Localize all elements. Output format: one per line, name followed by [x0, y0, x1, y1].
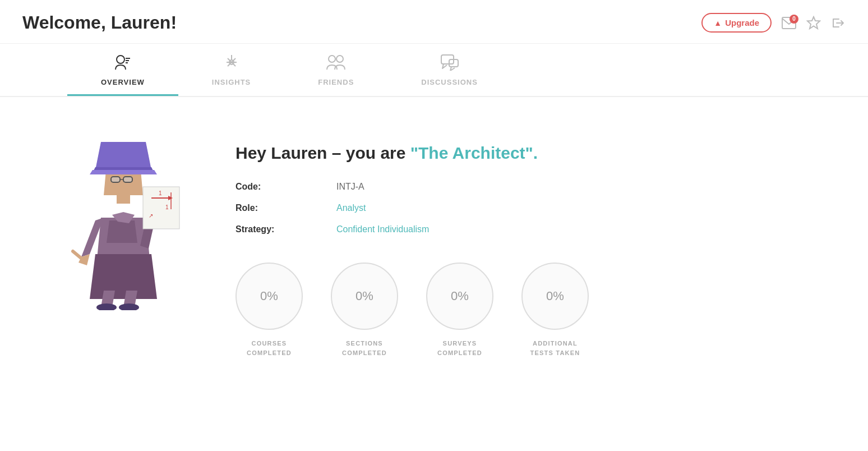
stat-courses-value: 0%: [260, 289, 278, 303]
upgrade-arrow-icon: ▲: [714, 19, 722, 27]
main-content: 1 1 ↗ Hey Lauren – you are "The Architec…: [0, 97, 868, 380]
mail-icon-container[interactable]: 0: [782, 17, 796, 29]
svg-point-11: [329, 56, 335, 62]
svg-rect-24: [123, 177, 132, 182]
svg-text:1: 1: [165, 204, 169, 210]
tab-insights[interactable]: INSIGHTS: [178, 44, 284, 96]
strategy-label: Strategy:: [236, 224, 336, 234]
svg-text:1: 1: [159, 190, 162, 196]
logout-icon: [831, 16, 846, 30]
stat-tests-circle: 0%: [521, 263, 589, 330]
personality-intro: Hey Lauren – you are: [236, 144, 410, 162]
stats-row: 0% COURSESCOMPLETED 0% SECTIONSCOMPLETED…: [236, 263, 823, 357]
stat-sections-value: 0%: [355, 289, 373, 303]
personality-title: Hey Lauren – you are "The Architect".: [236, 142, 823, 164]
stat-sections-circle: 0%: [331, 263, 398, 330]
svg-point-2: [117, 56, 124, 63]
avatar-section: 1 1 ↗: [45, 131, 202, 357]
header: Welcome, Lauren! ▲ Upgrade 0: [0, 0, 868, 44]
role-value: Analyst: [336, 203, 366, 213]
svg-text:↗: ↗: [149, 213, 153, 219]
stat-courses-circle: 0%: [236, 263, 303, 330]
stat-tests-value: 0%: [546, 289, 564, 303]
stat-surveys-circle: 0%: [426, 263, 493, 330]
avatar: 1 1 ↗: [62, 131, 185, 310]
stat-courses: 0% COURSESCOMPLETED: [236, 263, 303, 357]
stat-sections: 0% SECTIONSCOMPLETED: [331, 263, 398, 357]
personality-name: "The Architect".: [410, 144, 538, 162]
code-row: Code: INTJ-A: [236, 182, 823, 192]
page-title: Welcome, Lauren!: [22, 12, 177, 33]
svg-line-28: [73, 251, 83, 260]
star-icon: [806, 16, 821, 30]
code-label: Code:: [236, 182, 336, 192]
svg-marker-1: [807, 17, 820, 29]
tab-friends-label: FRIENDS: [318, 78, 354, 86]
tab-discussions-label: DISCUSSIONS: [421, 78, 478, 86]
character-illustration: 1 1 ↗: [62, 131, 185, 310]
svg-marker-22: [90, 170, 157, 174]
tab-discussions[interactable]: DISCUSSIONS: [387, 44, 511, 96]
tab-friends[interactable]: FRIENDS: [284, 44, 387, 96]
svg-point-33: [119, 303, 139, 310]
role-label: Role:: [236, 203, 336, 213]
svg-point-32: [96, 303, 117, 310]
code-value: INTJ-A: [336, 182, 364, 192]
upgrade-label: Upgrade: [725, 18, 759, 27]
svg-rect-23: [111, 177, 120, 182]
role-row: Role: Analyst: [236, 203, 823, 213]
strategy-row: Strategy: Confident Individualism: [236, 224, 823, 234]
stat-tests-label: ADDITIONALTESTS TAKEN: [530, 339, 580, 357]
stat-courses-label: COURSESCOMPLETED: [247, 339, 292, 357]
stat-surveys-value: 0%: [451, 289, 469, 303]
strategy-value: Confident Individualism: [336, 224, 429, 234]
svg-marker-16: [107, 220, 137, 243]
svg-marker-20: [95, 142, 151, 170]
svg-marker-17: [90, 254, 157, 299]
logout-icon-container[interactable]: [831, 16, 846, 30]
insights-icon: [223, 54, 240, 73]
star-icon-container[interactable]: [806, 16, 821, 30]
stat-surveys-label: SURVEYSCOMPLETED: [437, 339, 482, 357]
overview-icon: [113, 54, 132, 73]
svg-point-12: [336, 56, 343, 62]
discussions-icon: [440, 54, 459, 73]
mail-badge: 0: [789, 15, 798, 24]
tab-overview[interactable]: OVERVIEW: [67, 44, 178, 96]
upgrade-button[interactable]: ▲ Upgrade: [701, 13, 772, 33]
tab-insights-label: INSIGHTS: [212, 78, 251, 86]
nav-tabs: OVERVIEW INSIGHTS FRIENDS: [0, 44, 868, 97]
info-section: Hey Lauren – you are "The Architect". Co…: [236, 131, 823, 357]
friends-icon: [325, 54, 347, 73]
tab-overview-label: OVERVIEW: [101, 78, 145, 86]
header-actions: ▲ Upgrade 0: [701, 13, 846, 33]
stat-surveys: 0% SURVEYSCOMPLETED: [426, 263, 493, 357]
stat-tests: 0% ADDITIONALTESTS TAKEN: [521, 263, 589, 357]
stat-sections-label: SECTIONSCOMPLETED: [342, 339, 387, 357]
